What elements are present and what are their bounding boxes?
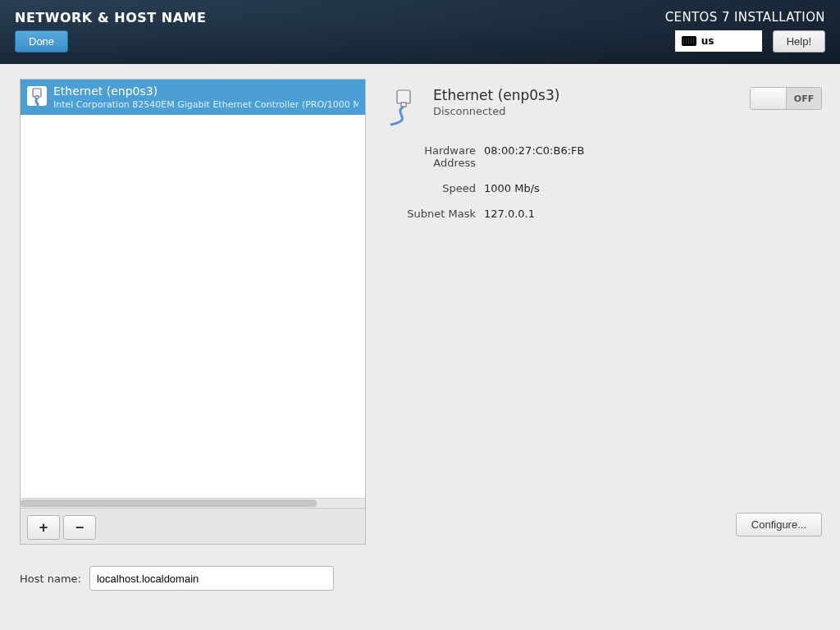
subnet-mask-label: Subnet Mask [384, 208, 476, 220]
ethernet-icon [384, 87, 423, 126]
toggle-label: OFF [787, 88, 821, 109]
keyboard-icon [682, 36, 696, 46]
help-button[interactable]: Help! [773, 30, 825, 52]
remove-nic-button[interactable]: − [63, 515, 96, 540]
details-title-block: Ethernet (enp0s3) Disconnected [433, 87, 740, 117]
svg-rect-3 [401, 103, 406, 107]
configure-button[interactable]: Configure... [736, 513, 822, 536]
details-header: Ethernet (enp0s3) Disconnected OFF [384, 87, 822, 126]
keyboard-indicator[interactable]: us [674, 30, 763, 52]
connection-toggle[interactable]: OFF [750, 87, 822, 110]
nic-list[interactable]: Ethernet (enp0s3) Intel Corporation 8254… [21, 80, 365, 508]
row-hardware-address: Hardware Address 08:00:27:C0:B6:FB [384, 144, 822, 169]
header-left: NETWORK & HOST NAME Done [15, 10, 206, 56]
header: NETWORK & HOST NAME Done CENTOS 7 INSTAL… [0, 0, 840, 64]
hostname-row: Host name: [20, 566, 825, 591]
toggle-knob [751, 88, 787, 109]
subnet-mask-value: 127.0.0.1 [484, 208, 535, 220]
header-controls: us Help! [674, 30, 825, 52]
svg-rect-2 [397, 90, 410, 103]
nic-toolbar: + − [21, 508, 365, 544]
body: Ethernet (enp0s3) Intel Corporation 8254… [0, 64, 840, 630]
done-button[interactable]: Done [15, 30, 68, 52]
configure-row: Configure... [384, 506, 822, 536]
row-subnet-mask: Subnet Mask 127.0.0.1 [384, 208, 822, 220]
nic-item-name: Ethernet (enp0s3) [53, 84, 358, 98]
keyboard-layout-label: us [701, 35, 714, 47]
hw-address-label: Hardware Address [384, 144, 476, 169]
horizontal-scrollbar[interactable] [21, 498, 365, 508]
nic-panel: Ethernet (enp0s3) Intel Corporation 8254… [20, 79, 366, 545]
nic-item-text: Ethernet (enp0s3) Intel Corporation 8254… [53, 84, 358, 110]
hostname-label: Host name: [20, 573, 81, 585]
page-title: NETWORK & HOST NAME [15, 10, 206, 25]
nic-item-description: Intel Corporation 82540EM Gigabit Ethern… [53, 99, 358, 110]
details-status: Disconnected [433, 105, 740, 117]
ethernet-icon [27, 86, 47, 106]
speed-value: 1000 Mb/s [484, 182, 540, 194]
upper-pane: Ethernet (enp0s3) Intel Corporation 8254… [20, 79, 825, 545]
install-title: CENTOS 7 INSTALLATION [665, 10, 825, 25]
row-speed: Speed 1000 Mb/s [384, 182, 822, 194]
nic-item[interactable]: Ethernet (enp0s3) Intel Corporation 8254… [21, 80, 365, 115]
details-title: Ethernet (enp0s3) [433, 87, 740, 103]
header-right: CENTOS 7 INSTALLATION us Help! [665, 10, 825, 56]
speed-label: Speed [384, 182, 476, 194]
hostname-input[interactable] [89, 566, 334, 591]
nic-details: Ethernet (enp0s3) Disconnected OFF Hardw… [381, 79, 825, 545]
add-nic-button[interactable]: + [27, 515, 60, 540]
scrollbar-thumb[interactable] [21, 500, 317, 507]
hw-address-value: 08:00:27:C0:B6:FB [484, 144, 584, 169]
